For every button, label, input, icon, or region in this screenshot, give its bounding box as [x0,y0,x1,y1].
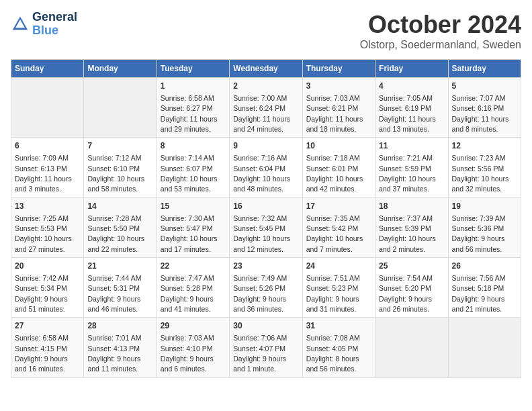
calendar-cell: 13Sunrise: 7:25 AMSunset: 5:53 PMDayligh… [11,197,84,257]
calendar-cell: 11Sunrise: 7:21 AMSunset: 5:59 PMDayligh… [375,138,448,197]
day-number: 12 [452,140,517,152]
calendar-week-row: 1Sunrise: 6:58 AMSunset: 6:27 PMDaylight… [11,78,521,138]
day-info: Sunrise: 7:25 AMSunset: 5:53 PMDaylight:… [15,214,72,253]
day-info: Sunrise: 6:58 AMSunset: 6:27 PMDaylight:… [161,94,218,133]
day-number: 21 [87,261,152,272]
calendar-cell: 23Sunrise: 7:49 AMSunset: 5:26 PMDayligh… [230,258,302,318]
day-info: Sunrise: 7:23 AMSunset: 5:56 PMDaylight:… [452,154,509,193]
calendar-cell [84,78,157,138]
day-info: Sunrise: 6:58 AMSunset: 4:15 PMDaylight:… [15,334,69,373]
calendar-cell [375,318,448,377]
calendar-cell: 3Sunrise: 7:03 AMSunset: 6:21 PMDaylight… [302,78,375,138]
calendar-cell: 19Sunrise: 7:39 AMSunset: 5:36 PMDayligh… [448,197,521,257]
day-of-week-header: Wednesday [230,60,302,78]
day-info: Sunrise: 7:06 AMSunset: 4:07 PMDaylight:… [233,334,287,373]
day-info: Sunrise: 7:54 AMSunset: 5:20 PMDaylight:… [379,274,433,313]
day-info: Sunrise: 7:01 AMSunset: 4:13 PMDaylight:… [87,334,141,373]
day-info: Sunrise: 7:42 AMSunset: 5:34 PMDaylight:… [15,274,69,313]
day-info: Sunrise: 7:18 AMSunset: 6:01 PMDaylight:… [306,154,363,193]
calendar-week-row: 20Sunrise: 7:42 AMSunset: 5:34 PMDayligh… [11,258,521,318]
logo-icon [11,15,30,34]
calendar-cell: 31Sunrise: 7:08 AMSunset: 4:05 PMDayligh… [302,318,375,377]
day-info: Sunrise: 7:32 AMSunset: 5:45 PMDaylight:… [233,214,290,253]
day-info: Sunrise: 7:35 AMSunset: 5:42 PMDaylight:… [306,214,363,253]
day-number: 26 [452,261,517,272]
day-info: Sunrise: 7:37 AMSunset: 5:39 PMDaylight:… [379,214,436,253]
day-number: 5 [452,81,517,92]
day-number: 7 [87,140,152,152]
calendar-cell: 20Sunrise: 7:42 AMSunset: 5:34 PMDayligh… [11,258,84,318]
day-info: Sunrise: 7:09 AMSunset: 6:13 PMDaylight:… [15,154,72,193]
calendar-cell: 5Sunrise: 7:07 AMSunset: 6:16 PMDaylight… [448,78,521,138]
calendar-cell: 21Sunrise: 7:44 AMSunset: 5:31 PMDayligh… [84,258,157,318]
calendar-cell: 10Sunrise: 7:18 AMSunset: 6:01 PMDayligh… [302,138,375,197]
calendar-cell: 4Sunrise: 7:05 AMSunset: 6:19 PMDaylight… [375,78,448,138]
day-info: Sunrise: 7:07 AMSunset: 6:16 PMDaylight:… [452,94,509,133]
calendar-cell: 7Sunrise: 7:12 AMSunset: 6:10 PMDaylight… [84,138,157,197]
subtitle: Olstorp, Soedermanland, Sweden [360,39,521,51]
calendar-table: SundayMondayTuesdayWednesdayThursdayFrid… [11,59,521,378]
day-number: 29 [161,320,226,332]
calendar-cell: 8Sunrise: 7:14 AMSunset: 6:07 PMDaylight… [157,138,229,197]
day-info: Sunrise: 7:44 AMSunset: 5:31 PMDaylight:… [87,274,141,313]
day-number: 2 [233,81,298,92]
day-number: 10 [306,140,371,152]
day-info: Sunrise: 7:03 AMSunset: 4:10 PMDaylight:… [161,334,214,373]
calendar-cell: 14Sunrise: 7:28 AMSunset: 5:50 PMDayligh… [84,197,157,257]
day-number: 22 [161,261,226,272]
calendar-cell: 2Sunrise: 7:00 AMSunset: 6:24 PMDaylight… [230,78,302,138]
month-title: October 2024 [360,11,521,39]
calendar-cell: 6Sunrise: 7:09 AMSunset: 6:13 PMDaylight… [11,138,84,197]
day-number: 3 [306,81,371,92]
day-info: Sunrise: 7:21 AMSunset: 5:59 PMDaylight:… [379,154,436,193]
day-info: Sunrise: 7:39 AMSunset: 5:36 PMDaylight:… [452,214,506,253]
calendar-week-row: 13Sunrise: 7:25 AMSunset: 5:53 PMDayligh… [11,197,521,257]
calendar-cell: 28Sunrise: 7:01 AMSunset: 4:13 PMDayligh… [84,318,157,377]
day-info: Sunrise: 7:08 AMSunset: 4:05 PMDaylight:… [306,334,360,373]
day-number: 14 [87,201,152,212]
day-number: 27 [15,320,80,332]
day-info: Sunrise: 7:47 AMSunset: 5:28 PMDaylight:… [161,274,214,313]
day-info: Sunrise: 7:51 AMSunset: 5:23 PMDaylight:… [306,274,360,313]
calendar-cell [448,318,521,377]
day-number: 30 [233,320,298,332]
day-of-week-header: Friday [375,60,448,78]
calendar-cell: 15Sunrise: 7:30 AMSunset: 5:47 PMDayligh… [157,197,229,257]
day-info: Sunrise: 7:05 AMSunset: 6:19 PMDaylight:… [379,94,436,133]
day-info: Sunrise: 7:56 AMSunset: 5:18 PMDaylight:… [452,274,506,313]
calendar-cell: 18Sunrise: 7:37 AMSunset: 5:39 PMDayligh… [375,197,448,257]
day-number: 17 [306,201,371,212]
calendar-cell: 29Sunrise: 7:03 AMSunset: 4:10 PMDayligh… [157,318,229,377]
day-number: 4 [379,81,444,92]
calendar-week-row: 27Sunrise: 6:58 AMSunset: 4:15 PMDayligh… [11,318,521,377]
day-number: 31 [306,320,371,332]
calendar-body: 1Sunrise: 6:58 AMSunset: 6:27 PMDaylight… [11,78,521,378]
day-number: 19 [452,201,517,212]
calendar-cell: 17Sunrise: 7:35 AMSunset: 5:42 PMDayligh… [302,197,375,257]
day-of-week-header: Sunday [11,60,84,78]
day-number: 1 [161,81,226,92]
day-info: Sunrise: 7:49 AMSunset: 5:26 PMDaylight:… [233,274,287,313]
day-info: Sunrise: 7:12 AMSunset: 6:10 PMDaylight:… [87,154,144,193]
day-of-week-header: Tuesday [157,60,229,78]
calendar-week-row: 6Sunrise: 7:09 AMSunset: 6:13 PMDaylight… [11,138,521,197]
day-number: 20 [15,261,80,272]
day-info: Sunrise: 7:28 AMSunset: 5:50 PMDaylight:… [87,214,144,253]
day-info: Sunrise: 7:14 AMSunset: 6:07 PMDaylight:… [161,154,218,193]
day-number: 13 [15,201,80,212]
logo-text: General Blue [32,11,77,38]
day-number: 23 [233,261,298,272]
calendar-cell: 1Sunrise: 6:58 AMSunset: 6:27 PMDaylight… [157,78,229,138]
calendar-cell: 30Sunrise: 7:06 AMSunset: 4:07 PMDayligh… [230,318,302,377]
calendar-cell: 16Sunrise: 7:32 AMSunset: 5:45 PMDayligh… [230,197,302,257]
day-info: Sunrise: 7:03 AMSunset: 6:21 PMDaylight:… [306,94,363,133]
day-number: 18 [379,201,444,212]
day-info: Sunrise: 7:00 AMSunset: 6:24 PMDaylight:… [233,94,290,133]
day-number: 9 [233,140,298,152]
logo: General Blue [11,11,77,38]
day-number: 11 [379,140,444,152]
calendar-cell: 9Sunrise: 7:16 AMSunset: 6:04 PMDaylight… [230,138,302,197]
day-number: 24 [306,261,371,272]
day-number: 28 [87,320,152,332]
calendar-cell: 25Sunrise: 7:54 AMSunset: 5:20 PMDayligh… [375,258,448,318]
